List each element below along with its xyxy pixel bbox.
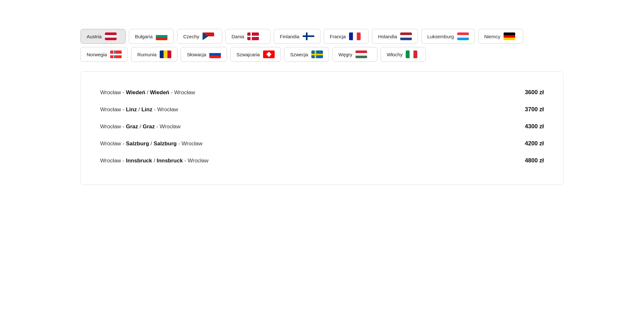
flag-niemcy: [504, 32, 515, 40]
flag-luksemburg: [457, 32, 469, 40]
country-btn-norwegia[interactable]: Norwegia: [80, 47, 128, 62]
flag-slowacja: [209, 50, 221, 58]
price-value-4: 4800 zł: [525, 157, 544, 164]
country-btn-wlochy[interactable]: Włochy: [381, 47, 426, 62]
flag-szwajcaria: [263, 50, 275, 58]
flag-czechy: [203, 32, 214, 40]
price-value-1: 3700 zł: [525, 106, 544, 113]
flag-francja: [349, 32, 361, 40]
country-btn-luksemburg[interactable]: Luksemburg: [421, 29, 475, 44]
flag-rumunia: [160, 50, 171, 58]
price-rows: Wrocław - Wiedeń / Wiedeń - Wrocław3600 …: [100, 85, 544, 169]
route-text-0: Wrocław - Wiedeń / Wiedeń - Wrocław: [100, 89, 195, 96]
price-row: Wrocław - Linz / Linz - Wrocław3700 zł: [100, 102, 544, 117]
flag-szwecja: [311, 50, 323, 58]
country-btn-szwecja[interactable]: Szwecja: [284, 47, 329, 62]
country-label-niemcy: Niemcy: [484, 34, 500, 39]
country-btn-bulgaria[interactable]: Bułgaria: [129, 29, 174, 44]
price-row: Wrocław - Wiedeń / Wiedeń - Wrocław3600 …: [100, 85, 544, 100]
route-text-2: Wrocław - Graz / Graz - Wrocław: [100, 123, 181, 130]
price-row: Wrocław - Salzburg / Salzburg - Wrocław4…: [100, 136, 544, 151]
country-btn-finlandia[interactable]: Finlandia: [274, 29, 320, 44]
flag-holandia: [400, 32, 412, 40]
route-text-3: Wrocław - Salzburg / Salzburg - Wrocław: [100, 141, 203, 147]
country-btn-szwajcaria[interactable]: Szwajcaria: [230, 47, 281, 62]
country-label-finlandia: Finlandia: [280, 34, 299, 39]
country-btn-wegry[interactable]: Węgry: [332, 47, 377, 62]
country-btn-holandia[interactable]: Holandia: [372, 29, 418, 44]
country-label-rumunia: Rumunia: [137, 52, 156, 57]
country-label-norwegia: Norwegia: [87, 52, 107, 57]
country-label-francja: Francja: [330, 34, 346, 39]
price-row: Wrocław - Graz / Graz - Wrocław4300 zł: [100, 119, 544, 134]
country-btn-austria[interactable]: Austria: [80, 29, 126, 44]
country-btn-francja[interactable]: Francja: [324, 29, 369, 44]
country-label-wegry: Węgry: [338, 52, 352, 57]
price-row: Wrocław - Innsbruck / Innsbruck - Wrocła…: [100, 153, 544, 169]
country-btn-czechy[interactable]: Czechy: [177, 29, 222, 44]
flag-finlandia: [303, 32, 314, 40]
price-value-0: 3600 zł: [525, 89, 544, 96]
country-btn-rumunia[interactable]: Rumunia: [131, 47, 177, 62]
country-grid: AustriaBułgariaCzechyDaniaFinlandiaFranc…: [80, 29, 564, 62]
country-label-dania: Dania: [232, 34, 244, 39]
route-text-4: Wrocław - Innsbruck / Innsbruck - Wrocła…: [100, 158, 209, 164]
flag-norwegia: [110, 50, 122, 58]
country-label-austria: Austria: [87, 34, 102, 39]
country-btn-niemcy[interactable]: Niemcy: [478, 29, 523, 44]
flag-dania: [247, 32, 259, 40]
flag-wlochy: [406, 50, 417, 58]
flag-wegry: [355, 50, 367, 58]
results-box: Wrocław - Wiedeń / Wiedeń - Wrocław3600 …: [80, 71, 564, 185]
country-label-wlochy: Włochy: [387, 52, 402, 57]
flag-austria: [105, 32, 117, 40]
country-label-bulgaria: Bułgaria: [135, 34, 153, 39]
country-btn-slowacja[interactable]: Słowacja: [181, 47, 227, 62]
price-value-3: 4200 zł: [525, 140, 544, 147]
country-label-luksemburg: Luksemburg: [427, 34, 454, 39]
country-btn-dania[interactable]: Dania: [225, 29, 270, 44]
country-label-slowacja: Słowacja: [187, 52, 206, 57]
country-label-czechy: Czechy: [183, 34, 199, 39]
flag-bulgaria: [156, 32, 167, 40]
route-text-1: Wrocław - Linz / Linz - Wrocław: [100, 106, 178, 113]
country-label-holandia: Holandia: [378, 34, 397, 39]
price-value-2: 4300 zł: [525, 123, 544, 130]
country-label-szwecja: Szwecja: [290, 52, 308, 57]
country-label-szwajcaria: Szwajcaria: [236, 52, 260, 57]
